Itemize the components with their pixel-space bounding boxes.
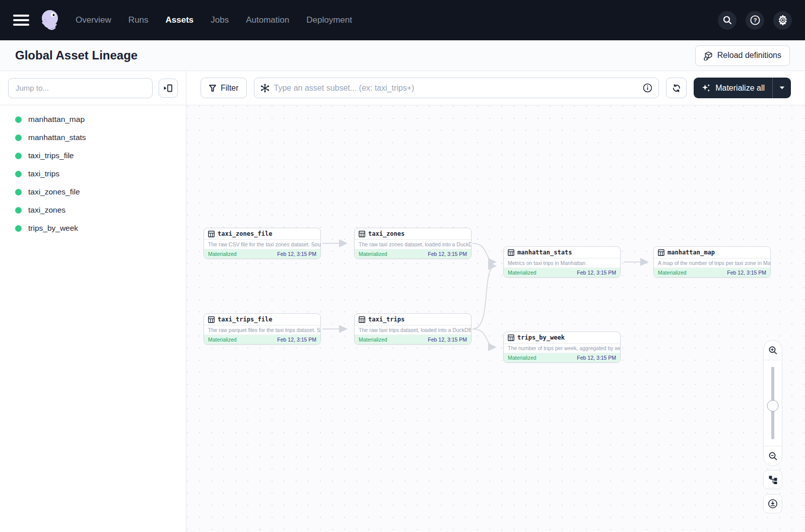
asset-node-timestamp: Feb 12, 3:15 PM	[577, 270, 616, 276]
jump-to-input[interactable]	[8, 78, 153, 98]
materialized-status-dot	[15, 135, 22, 141]
asset-node-status: Materialized	[508, 270, 536, 276]
asset-node-status: Materialized	[508, 355, 536, 361]
asset-node-taxi_zones_file[interactable]: taxi_zones_file The raw CSV file for the…	[204, 228, 321, 259]
sidebar-item-taxi_trips_file[interactable]: taxi_trips_file	[0, 147, 186, 165]
sidebar-item-taxi_zones_file[interactable]: taxi_zones_file	[0, 183, 186, 201]
dagster-logo-icon[interactable]	[38, 8, 62, 32]
asset-node-status: Materialized	[208, 337, 237, 343]
asset-node-name: taxi_trips_file	[218, 316, 272, 323]
asset-sidebar: manhattan_map manhattan_stats taxi_trips…	[0, 71, 186, 532]
asset-node-taxi_trips[interactable]: taxi_trips The raw taxi trips dataset, l…	[354, 313, 472, 345]
sidebar-item-manhattan_stats[interactable]: manhattan_stats	[0, 128, 186, 147]
asset-label: taxi_trips	[28, 169, 59, 178]
sparkles-icon	[701, 83, 711, 93]
zoom-slider[interactable]	[764, 360, 782, 446]
asset-node-description: Metrics on taxi trips in Manhattan	[504, 258, 620, 268]
asset-node-description: The number of trips per week, aggregated…	[504, 344, 620, 353]
nav-item-deployment[interactable]: Deployment	[306, 15, 352, 25]
table-icon	[359, 316, 365, 323]
asset-node-name: trips_by_week	[517, 334, 565, 341]
asset-node-description: The raw parquet files for the taxi trips…	[204, 325, 320, 335]
recenter-download-icon	[768, 499, 778, 509]
nav-item-runs[interactable]: Runs	[128, 15, 149, 25]
table-icon	[359, 231, 365, 237]
chevron-down-icon	[779, 86, 785, 90]
asset-node-description: The raw taxi trips dataset, loaded into …	[355, 325, 471, 335]
nav-links: Overview Runs Assets Jobs Automation Dep…	[76, 15, 352, 25]
nav-item-automation[interactable]: Automation	[246, 15, 289, 25]
table-icon	[658, 249, 664, 256]
asset-subset-field	[254, 78, 659, 98]
asset-subset-input[interactable]	[274, 84, 639, 93]
filter-button[interactable]: Filter	[200, 78, 247, 98]
zoom-control	[763, 340, 782, 466]
zoom-in-button[interactable]	[763, 341, 782, 360]
nav-item-overview[interactable]: Overview	[76, 15, 111, 25]
edge-taxi_trips-trips_by_week	[473, 329, 496, 347]
collapse-panel-icon	[164, 84, 173, 92]
edge-taxi_zones-manhattan_stats	[473, 243, 496, 262]
lineage-graph-canvas[interactable]: taxi_zones_file The raw CSV file for the…	[186, 105, 805, 532]
asset-node-trips_by_week[interactable]: trips_by_week The number of trips per we…	[503, 331, 621, 363]
asset-node-timestamp: Feb 12, 3:15 PM	[428, 337, 467, 343]
gear-icon	[777, 15, 788, 26]
asset-label: trips_by_week	[28, 224, 78, 233]
asset-node-status: Materialized	[208, 251, 237, 257]
asset-node-timestamp: Feb 12, 3:15 PM	[428, 251, 467, 257]
filter-label: Filter	[221, 84, 239, 93]
table-icon	[208, 231, 215, 237]
sidebar-item-trips_by_week[interactable]: trips_by_week	[0, 219, 186, 237]
zoom-out-button[interactable]	[763, 446, 782, 466]
sidebar-item-taxi_zones[interactable]: taxi_zones	[0, 201, 186, 219]
asset-node-status: Materialized	[658, 270, 687, 276]
rearrange-graph-button[interactable]	[763, 470, 782, 489]
asset-node-manhattan_map[interactable]: manhattan_map A map of the number of tri…	[653, 246, 771, 278]
asset-node-timestamp: Feb 12, 3:15 PM	[577, 355, 616, 361]
materialize-all-button[interactable]: Materialize all	[694, 78, 772, 98]
help-button[interactable]: ?	[746, 11, 764, 30]
menu-icon[interactable]	[13, 15, 29, 26]
search-button[interactable]	[718, 11, 736, 30]
nav-item-assets[interactable]: Assets	[166, 15, 194, 25]
materialize-dropdown-button[interactable]	[772, 78, 791, 98]
asset-node-name: manhattan_stats	[517, 249, 572, 256]
top-nav-bar: Overview Runs Assets Jobs Automation Dep…	[0, 0, 805, 40]
asset-node-taxi_trips_file[interactable]: taxi_trips_file The raw parquet files fo…	[204, 313, 321, 345]
asset-node-name: taxi_zones_file	[218, 230, 272, 237]
graph-layout-icon	[768, 475, 778, 485]
materialized-status-dot	[15, 225, 22, 232]
nav-item-jobs[interactable]: Jobs	[211, 15, 229, 25]
materialized-status-dot	[15, 171, 22, 177]
collapse-sidebar-button[interactable]	[159, 79, 178, 98]
table-icon	[508, 335, 514, 341]
recenter-view-button[interactable]	[763, 494, 782, 513]
settings-button[interactable]	[773, 11, 792, 30]
asset-node-manhattan_stats[interactable]: manhattan_stats Metrics on taxi trips in…	[503, 246, 621, 278]
sidebar-item-taxi_trips[interactable]: taxi_trips	[0, 165, 186, 183]
graph-toolbar: Filter	[186, 71, 805, 105]
asset-node-taxi_zones[interactable]: taxi_zones The raw taxi zones dataset, l…	[354, 228, 472, 259]
asset-node-status: Materialized	[359, 251, 387, 257]
zoom-slider-handle[interactable]	[767, 400, 779, 412]
zoom-out-icon	[768, 451, 778, 461]
info-icon[interactable]	[643, 83, 652, 93]
page-title: Global Asset Lineage	[15, 48, 138, 62]
asset-node-timestamp: Feb 12, 3:15 PM	[727, 270, 766, 276]
asset-node-name: taxi_trips	[368, 316, 405, 323]
filter-funnel-icon	[209, 84, 217, 92]
asset-node-description: The raw CSV file for the taxi zones data…	[204, 240, 320, 249]
table-icon	[508, 249, 514, 256]
materialize-all-split-button: Materialize all	[694, 78, 791, 98]
materialized-status-dot	[15, 116, 22, 123]
sidebar-item-manhattan_map[interactable]: manhattan_map	[0, 110, 186, 128]
asset-label: taxi_zones	[28, 206, 65, 215]
materialized-status-dot	[15, 207, 22, 214]
reload-definitions-label: Reload definitions	[717, 51, 781, 60]
refresh-button[interactable]	[666, 78, 687, 98]
asset-node-name: manhattan_map	[667, 249, 715, 256]
asset-graph-icon	[260, 84, 270, 93]
reload-definitions-button[interactable]: Reload definitions	[695, 45, 790, 66]
asset-label: manhattan_stats	[28, 133, 86, 142]
asset-node-name: taxi_zones	[368, 230, 405, 237]
